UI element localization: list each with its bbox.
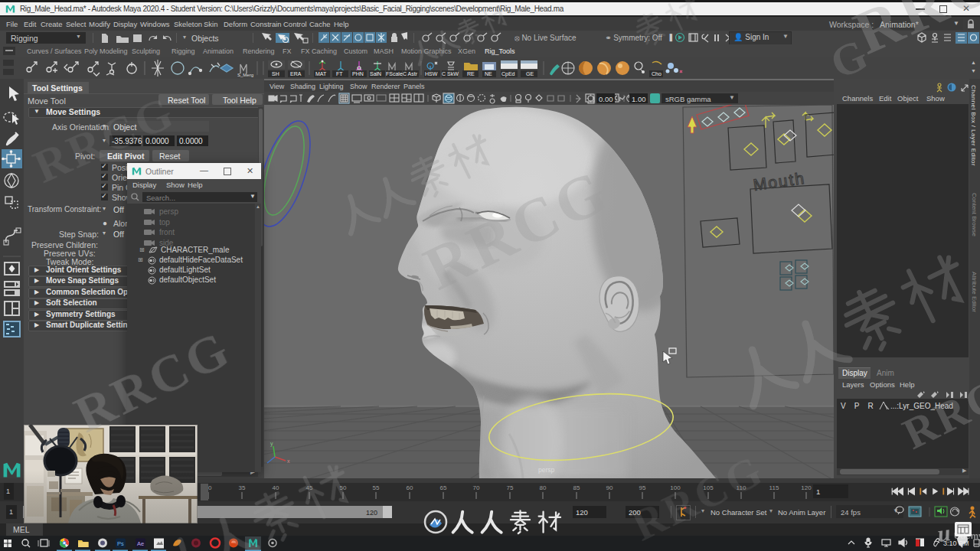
svg-text:GE: GE [526,71,534,77]
svg-text:persp: persp [159,207,178,216]
svg-text:top: top [159,218,170,227]
svg-text:110: 110 [737,484,746,491]
svg-text:85: 85 [573,484,580,491]
svg-text:C Astr: C Astr [403,71,418,77]
svg-text:ERA: ERA [290,71,302,77]
svg-text:FT: FT [336,71,343,77]
svg-text:65: 65 [440,484,447,491]
svg-text:RE: RE [467,71,475,77]
svg-text:50: 50 [340,484,347,491]
svg-text:MAT: MAT [315,71,327,77]
svg-text:55: 55 [373,484,380,491]
svg-text:CpEd: CpEd [501,71,515,77]
svg-text:90: 90 [606,484,613,491]
svg-text:Ps: Ps [117,540,124,547]
svg-text:70: 70 [473,484,480,491]
svg-text:60: 60 [407,484,413,491]
svg-text:front: front [159,228,175,236]
svg-text:C SkW: C SkW [442,71,459,77]
svg-text:PHN: PHN [352,71,364,77]
svg-text:95: 95 [639,484,646,491]
svg-text:100: 100 [670,484,681,491]
svg-text:NE: NE [485,71,492,77]
svg-text:persp: persp [538,466,555,474]
svg-text:40: 40 [273,484,279,491]
svg-text:y: y [270,441,273,447]
svg-text:3:10 PM: 3:10 PM [943,540,969,547]
svg-text:HSW: HSW [425,71,438,77]
svg-text:35: 35 [239,484,246,491]
svg-text:80: 80 [540,484,547,491]
svg-text:SH: SH [272,71,279,77]
svg-text:Cho: Cho [652,71,662,77]
svg-text:75: 75 [507,484,514,491]
svg-text:105: 105 [703,484,714,491]
svg-text:x: x [287,458,290,464]
svg-text:115: 115 [769,484,779,491]
svg-text:FScale: FScale [386,71,403,77]
svg-text:45: 45 [306,484,313,491]
svg-text:120: 120 [801,484,812,491]
svg-text:S_Merg: S_Merg [237,73,253,77]
svg-text:Ae: Ae [137,540,144,547]
svg-text:SalN: SalN [370,71,381,77]
